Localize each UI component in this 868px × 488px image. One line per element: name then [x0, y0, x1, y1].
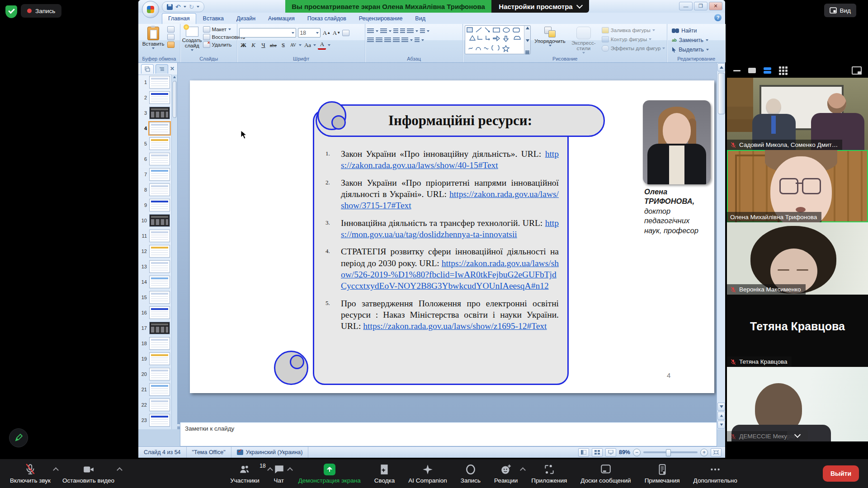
bullets-button[interactable]	[367, 28, 374, 34]
popout-icon[interactable]	[852, 66, 862, 75]
minimize-videos-icon[interactable]	[733, 70, 741, 71]
text-shadow-button[interactable]: S	[279, 41, 287, 49]
tab-retsenzirovanie[interactable]: Рецензирование	[353, 14, 409, 24]
zoom-percent[interactable]: 89%	[619, 449, 630, 455]
hyperlink[interactable]: https://zakon.rada.gov.ua/laws/show/z169…	[363, 321, 547, 331]
slide-thumbnail[interactable]: 3	[138, 105, 172, 121]
thumbnails-scrollbar[interactable]	[171, 75, 177, 429]
office-button[interactable]	[142, 1, 159, 18]
ai-companion-button[interactable]: AI Companion	[408, 464, 447, 484]
gallery-view-icon[interactable]	[779, 66, 788, 75]
leave-button[interactable]: Выйти	[823, 465, 859, 482]
zoom-in-button[interactable]: +	[700, 449, 708, 456]
decrease-indent-button[interactable]	[393, 28, 398, 34]
chat-caret[interactable]	[287, 467, 293, 473]
select-button[interactable]: Выделить	[672, 47, 708, 53]
tab-vid[interactable]: Вид	[409, 14, 431, 24]
align-center-button[interactable]	[376, 38, 382, 43]
strikethrough-button[interactable]: abe	[269, 41, 277, 49]
participant-tile[interactable]: Вероніка Максименко	[727, 222, 868, 295]
record-button[interactable]: Запись	[461, 464, 481, 484]
split-view-icon[interactable]	[764, 67, 771, 74]
participants-caret[interactable]	[267, 467, 273, 473]
line-spacing-button[interactable]	[407, 28, 414, 34]
participant-tile[interactable]: Садовий Микола, Соменко Дмит…	[727, 78, 868, 150]
redo-button[interactable]: ↻	[189, 4, 194, 10]
slide-thumbnail[interactable]: 17	[138, 320, 172, 336]
restore-button[interactable]: ❐	[694, 2, 708, 10]
quick-styles-button[interactable]: Экспресс-стили	[569, 25, 598, 56]
view-button[interactable]: Вид	[824, 4, 856, 17]
shape-fill-button[interactable]: Заливка фигуры	[602, 27, 665, 33]
font-size-combo[interactable]: 18	[298, 28, 321, 38]
tab-animatsiya[interactable]: Анимация	[262, 14, 301, 24]
normal-view-button[interactable]	[578, 448, 589, 457]
video-options-caret[interactable]	[117, 467, 123, 473]
shapes-scroll[interactable]	[524, 26, 530, 54]
close-button[interactable]: ✕	[709, 2, 722, 10]
slide-thumbnail[interactable]: 16	[138, 305, 172, 320]
tab-dizayn[interactable]: Дизайн	[231, 14, 261, 24]
bold-button[interactable]: Ж	[239, 41, 247, 49]
slide-thumbnail[interactable]: 12	[138, 244, 172, 259]
slide-thumbnail[interactable]: 11	[138, 228, 172, 244]
apps-button[interactable]: Приложения	[531, 464, 567, 484]
slide-thumbnail[interactable]: 24	[138, 428, 172, 429]
slide-thumbnail[interactable]: 8	[138, 182, 172, 197]
align-left-button[interactable]	[367, 38, 374, 43]
slide-thumbnail[interactable]: 15	[138, 290, 172, 305]
annotation-pencil-button[interactable]	[9, 428, 28, 447]
language-indicator[interactable]: Украинский (Украина)	[231, 447, 309, 458]
zoom-slider-thumb[interactable]	[666, 449, 671, 456]
summary-button[interactable]: Сводка	[374, 464, 395, 484]
zoom-slider[interactable]	[643, 451, 698, 453]
reactions-button[interactable]: Реакции	[494, 464, 518, 484]
paste-button[interactable]: Вставить	[140, 25, 166, 56]
minimize-button[interactable]: —	[679, 2, 693, 10]
cut-button[interactable]	[167, 26, 175, 33]
slide-thumbnail[interactable]: 23	[138, 413, 172, 428]
slide-canvas[interactable]: Інформаційні ресурси: 1.Закон України «П…	[190, 80, 714, 393]
audio-options-caret[interactable]	[53, 467, 59, 473]
grow-font-button[interactable]: A▲	[322, 29, 330, 37]
save-button[interactable]	[167, 4, 173, 10]
single-view-icon[interactable]	[748, 68, 756, 73]
font-color-button[interactable]: А	[318, 40, 326, 50]
columns-button[interactable]	[401, 38, 408, 43]
slide-thumbnail[interactable]: 2	[138, 90, 172, 105]
scrollbar-thumb[interactable]	[718, 73, 725, 114]
italic-button[interactable]: К	[249, 41, 257, 49]
slide-thumbnail[interactable]: 19	[138, 351, 172, 366]
font-name-combo[interactable]	[239, 28, 296, 38]
slide-thumbnail[interactable]: 9	[138, 197, 172, 213]
slide-thumbnail[interactable]: 10	[138, 213, 172, 228]
format-painter-button[interactable]	[167, 42, 175, 48]
slide-thumbnail[interactable]: 21	[138, 382, 172, 397]
shapes-gallery[interactable]	[465, 25, 531, 54]
slide-thumbnail[interactable]: 14	[138, 274, 172, 290]
more-button[interactable]: Дополнительно	[693, 464, 737, 484]
fit-to-window-button[interactable]	[711, 448, 722, 457]
whiteboards-button[interactable]: Доски сообщений	[580, 464, 631, 484]
slide-thumbnail[interactable]: 7	[138, 167, 172, 182]
clear-formatting-button[interactable]	[342, 30, 349, 36]
text-direction-button[interactable]	[420, 28, 425, 34]
unmute-button[interactable]: Включить звук	[10, 464, 51, 484]
shape-effects-button[interactable]: Эффекты для фигур	[602, 45, 665, 52]
participant-tile-camera-off[interactable]: Тетяна Кравцова Тетяна Кравцова	[727, 295, 868, 367]
chat-button[interactable]: Чат	[273, 464, 285, 484]
slide-thumbnail[interactable]: 1	[138, 75, 172, 90]
slide-sorter-view-button[interactable]	[592, 448, 603, 457]
shrink-font-button[interactable]: A▼	[332, 29, 340, 37]
zoom-out-button[interactable]: −	[633, 449, 641, 456]
replace-button[interactable]: abЗаменить	[672, 37, 708, 43]
qat-customize-dropdown[interactable]	[197, 6, 199, 8]
change-case-button[interactable]: Aa	[303, 41, 311, 49]
numbering-button[interactable]	[380, 28, 387, 34]
smartart-convert-button[interactable]	[415, 38, 420, 43]
tab-pokaz-slaydov[interactable]: Показ слайдов	[302, 14, 352, 24]
slide-thumbnail[interactable]: 4	[138, 121, 172, 136]
annotations-button[interactable]: Примечания	[645, 464, 680, 484]
next-slide-button[interactable]	[717, 421, 725, 429]
align-right-button[interactable]	[384, 38, 391, 43]
